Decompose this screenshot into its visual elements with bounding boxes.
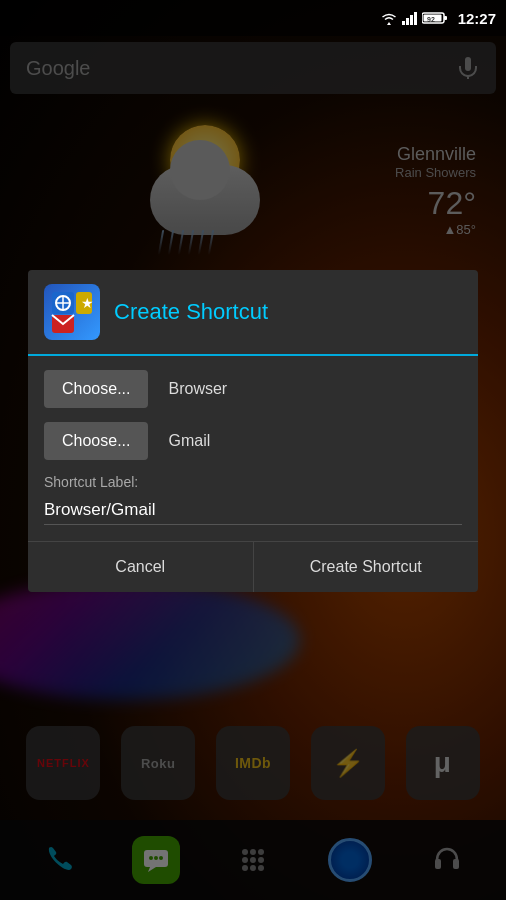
battery-icon: 92 <box>422 11 448 25</box>
shortcut-label-input[interactable] <box>44 496 462 525</box>
status-icons: 92 12:27 <box>380 10 496 27</box>
gmail-label: Gmail <box>168 432 210 450</box>
svg-rect-0 <box>402 21 405 25</box>
svg-rect-6 <box>444 16 447 20</box>
svg-rect-2 <box>410 15 413 25</box>
dialog-body: Choose... Browser Choose... Gmail Shortc… <box>28 356 478 525</box>
status-bar: 92 12:27 <box>0 0 506 36</box>
browser-choose-button[interactable]: Choose... <box>44 370 148 408</box>
status-time: 12:27 <box>458 10 496 27</box>
dialog-footer: Cancel Create Shortcut <box>28 541 478 592</box>
create-shortcut-dialog: ★ Create Shortcut Choose... Browser Choo… <box>28 270 478 592</box>
browser-choose-row: Choose... Browser <box>44 370 462 408</box>
svg-rect-3 <box>414 12 417 25</box>
dialog-header: ★ Create Shortcut <box>28 270 478 356</box>
svg-text:92: 92 <box>427 16 435 23</box>
browser-label: Browser <box>168 380 227 398</box>
gmail-choose-button[interactable]: Choose... <box>44 422 148 460</box>
svg-text:★: ★ <box>81 295 94 311</box>
create-shortcut-button[interactable]: Create Shortcut <box>254 542 479 592</box>
wifi-icon <box>380 11 398 25</box>
shortcut-label-heading: Shortcut Label: <box>44 474 462 490</box>
svg-rect-1 <box>406 18 409 25</box>
signal-icon <box>402 11 418 25</box>
shortcut-label-section: Shortcut Label: <box>44 474 462 525</box>
gmail-choose-row: Choose... Gmail <box>44 422 462 460</box>
dialog-title: Create Shortcut <box>114 299 268 325</box>
cancel-button[interactable]: Cancel <box>28 542 254 592</box>
dialog-icon: ★ <box>44 284 100 340</box>
